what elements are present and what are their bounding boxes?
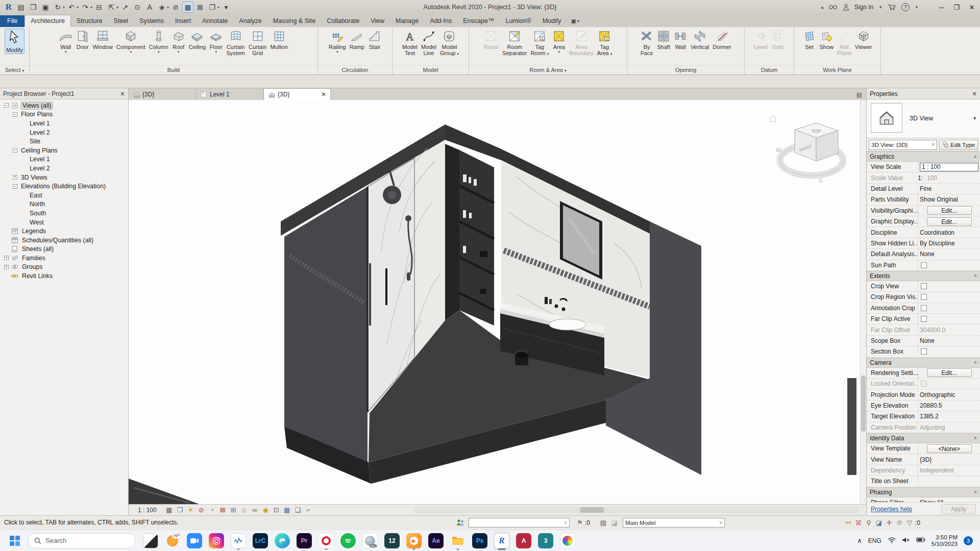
ribbon-button-wall[interactable]: Wall [672,29,689,51]
browser-item-south[interactable]: South [0,209,128,218]
ribbon-button-mullion[interactable]: Mullion [268,29,289,51]
taskbar-app-paint-app[interactable] [559,531,576,550]
browser-item-elevations-building-elevation[interactable]: −Elevations (Building Elevation) [0,182,128,191]
ribbon-tab-enscape[interactable]: Enscape™ [457,15,500,27]
browser-item-families[interactable]: +Families [0,254,128,263]
properties-section-phasing[interactable]: Phasing» [867,487,980,497]
property-row-target-elevation[interactable]: Target Elevation1385.2 [867,411,980,422]
browser-item-floor-plans[interactable]: −Floor Plans [0,110,128,119]
ribbon-tab-file[interactable]: File [0,15,24,27]
property-row-scale-value[interactable]: Scale Value1:100 [867,172,980,183]
taskbar-app-after-effects[interactable]: Ae [427,531,445,550]
thin-lines-icon[interactable]: ▦ [182,2,193,13]
account-icon[interactable] [843,4,849,11]
checkbox-sun-path[interactable] [921,262,927,268]
restore-button[interactable]: ❐ [951,4,962,11]
measure-lock-icon[interactable]: ⌐ [303,506,314,514]
property-row-visibility-graphi[interactable]: Visibility/Graphi...Edit... [867,206,980,216]
design-options-icon[interactable]: ▤ [598,518,608,528]
viewport-vertical-scrollbar[interactable] [860,100,866,504]
ribbon-tab-add-ins[interactable]: Add-Ins [424,15,457,27]
ribbon-panel-label-room-area[interactable]: Room & Area ▾ [469,65,627,74]
type-selector-card[interactable]: 3D View ▼ [867,99,980,138]
taskbar-app-nik12[interactable]: 12 [383,531,401,550]
ribbon-button-window[interactable]: Window [91,29,114,51]
search-icon[interactable] [828,4,838,11]
browser-item-level-1[interactable]: Level 1 [0,155,128,164]
properties-section-identity-data[interactable]: Identity Data» [867,433,980,443]
analysis-icon[interactable]: ⊡ [271,506,282,514]
show-crop-icon[interactable]: ⊞ [228,506,239,514]
default-3d-view-icon[interactable]: ◈ [156,2,167,13]
property-row-annotation-crop[interactable]: Annotation Crop [867,303,980,314]
drag-on-selection-icon[interactable]: ✛ [884,519,894,527]
measure-icon[interactable]: ⇱ [106,2,117,13]
property-row-far-clip-offset[interactable]: Far Clip Offset304800.0 [867,324,980,335]
displacement-icon[interactable]: ▩ [282,506,292,514]
property-row-projection-mode[interactable]: Projection ModeOrthographic [867,389,980,400]
browser-item-revit-links[interactable]: Revit Links [0,271,128,281]
property-row-camera-position[interactable]: Camera PositionAdjusting [867,422,980,433]
property-button-graphic-display[interactable]: Edit... [927,217,972,226]
property-row-scope-box[interactable]: Scope BoxNone [867,336,980,346]
browser-item-schedules-quantities-all[interactable]: Schedules/Quantities (all) [0,236,128,245]
redo-icon[interactable]: ↷ [80,2,91,13]
view-type-select[interactable]: 3D View: {3D}˅ [869,140,937,150]
shadows-icon[interactable]: ❒ [175,506,185,514]
properties-section-camera[interactable]: Camera» [867,358,980,368]
tree-expander[interactable]: − [13,148,17,153]
taskbar-app-opera[interactable] [317,531,335,550]
gear-icon[interactable]: ⚙ [894,519,904,527]
orient-view-icon[interactable]: ❏ [292,506,303,514]
ribbon-tab-insert[interactable]: Insert [169,15,197,27]
open-icon[interactable]: ❒ [28,2,39,13]
ribbon-panel-label-model[interactable]: Model [393,65,469,74]
taskbar-app-spotify[interactable] [339,531,357,550]
ribbon-tab-systems[interactable]: Systems [134,15,169,27]
ribbon-button-wall[interactable]: Wall▾ [58,29,74,55]
property-row-show-hidden-li[interactable]: Show Hidden Li...By Discipline [867,238,980,249]
ribbon-button-show[interactable]: Show [818,29,835,51]
properties-help-link[interactable]: Properties help [871,506,912,513]
close-hidden-windows-icon[interactable]: ⊠ [194,2,206,13]
taskbar-app-folder[interactable] [449,531,467,550]
drawing-area[interactable]: W S TOP FRONT [129,100,866,504]
browser-item-site[interactable]: Site [0,137,128,146]
tree-expander[interactable]: + [13,175,17,180]
property-row-crop-region-vis[interactable]: Crop Region Vis... [867,292,980,303]
ribbon-button-model-text[interactable]: AModelText [401,29,419,57]
switch-windows-icon[interactable]: ❐ [207,2,218,13]
worksets-select[interactable]: ˅ [469,518,570,528]
tree-expander[interactable]: − [13,184,17,189]
ribbon-button-door[interactable]: Door [75,29,91,51]
property-row-sun-path[interactable]: Sun Path [867,260,980,271]
taskbar-app-zoom[interactable] [186,531,203,550]
collapse-search-icon[interactable]: ◂ [821,5,823,10]
minimize-button[interactable]: ─ [936,4,946,11]
rendering-dialog-icon[interactable]: ◔ [207,506,217,514]
print-icon[interactable]: ⊟ [93,2,105,13]
browser-item-groups[interactable]: +Groups [0,263,128,272]
viewcube-top-face[interactable]: TOP [812,129,821,134]
checkbox-far-clip-active[interactable] [921,316,927,322]
ribbon-button-shaft[interactable]: Shaft [655,29,672,51]
notification-badge[interactable]: 3 [964,536,973,545]
taskbar-app-lightroom[interactable]: LrC [252,531,269,550]
clock[interactable]: 3:50 PM 5/10/2023 [932,534,958,547]
ribbon-button-tag-room[interactable]: 1TagRoom ▾ [529,29,550,58]
ribbon-button-component[interactable]: Component▾ [115,29,147,55]
ribbon-button-by-face[interactable]: ByFace [639,29,655,57]
tree-expander[interactable]: + [4,256,9,260]
edit-type-button[interactable]: Edit Type [939,140,978,150]
browser-item-ceiling-plans[interactable]: −Ceiling Plans [0,146,128,155]
checkbox-annotation-crop[interactable] [921,305,927,311]
ribbon-button-area[interactable]: Area▾ [551,29,567,55]
design-options-select[interactable]: Main Model˅ [623,518,725,528]
help-icon[interactable]: ? [901,3,910,11]
ribbon-tab-steel[interactable]: Steel [108,15,134,27]
viewcube-home-icon[interactable] [770,116,776,121]
ribbon-tab-manage[interactable]: Manage [390,15,424,27]
property-row-view-scale[interactable]: View Scale1 : 100 [867,162,980,172]
browser-item-level-2[interactable]: Level 2 [0,164,128,173]
ribbon-button-stair[interactable]: Stair [366,29,383,51]
